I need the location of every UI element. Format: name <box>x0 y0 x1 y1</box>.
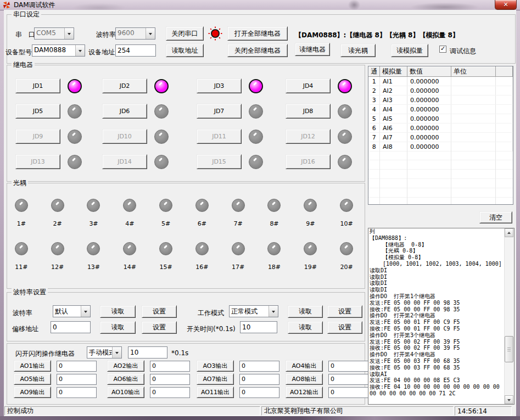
ao-output-button[interactable]: AO4输出 <box>286 360 323 372</box>
col-analog[interactable]: 模拟量 <box>380 67 407 77</box>
clock-time: 14:56:14 <box>457 407 487 415</box>
read-analog-button[interactable]: 读模拟量 <box>391 44 428 57</box>
chevron-down-icon[interactable] <box>81 306 90 317</box>
analog-table-row[interactable]: 2 AI2 0.000000 <box>369 86 513 96</box>
col-channel[interactable]: 通 <box>369 67 380 77</box>
clear-log-button[interactable]: 清空 <box>479 211 512 223</box>
ao-output-input[interactable] <box>57 374 97 385</box>
col-value[interactable]: 数值 <box>407 67 451 77</box>
opto-indicator-icon <box>304 242 317 255</box>
ao-output-input[interactable] <box>150 361 190 372</box>
flash-relay-label: 闪开闪闭操作继电器 <box>15 349 75 359</box>
close-all-relays-button[interactable]: 关闭全部继电器 <box>227 44 288 57</box>
relay-button[interactable]: JD12 <box>286 129 331 144</box>
relay-button[interactable]: JD15 <box>197 154 242 169</box>
read-relay-button[interactable]: 读继电器 <box>295 43 330 56</box>
ao-output-input[interactable] <box>57 387 97 398</box>
ao-output-input[interactable] <box>328 374 368 385</box>
baud-set-button[interactable]: 设置 <box>142 305 177 318</box>
relay-button[interactable]: JD9 <box>15 129 60 144</box>
read-opto-button[interactable]: 读光耦 <box>340 44 376 57</box>
cell-value: 0.000000 <box>407 105 451 114</box>
analog-table-header[interactable]: 通 模拟量 数值 单位 <box>369 67 513 77</box>
ao-output-button[interactable]: AO9输出 <box>14 387 51 398</box>
ao-output-button[interactable]: AO5输出 <box>14 373 51 385</box>
opto-channel-label: 17# <box>232 264 244 271</box>
relay-button[interactable]: JD4 <box>286 79 331 93</box>
chevron-down-icon[interactable] <box>75 45 85 56</box>
relay-button[interactable]: JD5 <box>15 104 60 119</box>
ao-output-button[interactable]: AO1输出 <box>14 360 51 372</box>
col-unit[interactable]: 单位 <box>451 67 496 77</box>
relay-grid: JD1 JD2 JD3 JD4 JD5 JD6 JD7 JD8 JD9 JD10 <box>15 79 354 169</box>
offset-addr-input[interactable] <box>51 321 91 333</box>
scroll-up-icon[interactable] <box>505 228 513 237</box>
ao-output-input[interactable] <box>150 374 190 385</box>
analog-table-row[interactable]: 1 AI1 0.000000 <box>369 77 513 86</box>
ao-output-button[interactable]: AO6输出 <box>107 373 144 385</box>
offset-read-button[interactable]: 读取 <box>100 321 136 334</box>
open-all-relays-button[interactable]: 打开全部继电器 <box>227 26 288 41</box>
debug-log-box[interactable]: 列 【DAM0888】: 【继电器 0-8】 【光耦 0-8】 【模拟量 0-8… <box>368 228 515 405</box>
model-select[interactable]: DAM0888 <box>32 44 85 57</box>
flash-mode-select[interactable]: 手动模式 <box>87 346 122 359</box>
ao-output-input[interactable] <box>150 387 190 398</box>
ao-output-button[interactable]: AO12输出 <box>286 387 323 398</box>
analog-table-row[interactable]: 7 AI7 0.000000 <box>369 133 513 142</box>
relay-button[interactable]: JD14 <box>102 154 147 169</box>
ao-output-button[interactable]: AO7输出 <box>197 373 234 385</box>
ao-output-input[interactable] <box>239 361 279 372</box>
switch-time-input[interactable] <box>240 321 277 333</box>
ao-output-input[interactable] <box>239 374 279 385</box>
debug-info-checkbox[interactable]: ✓ <box>439 46 446 53</box>
chevron-down-icon[interactable] <box>112 347 121 358</box>
baud-set-select[interactable]: 默认 <box>53 305 91 317</box>
ao-output-button[interactable]: AO11输出 <box>197 387 234 398</box>
log-scrollbar[interactable] <box>504 228 514 404</box>
analog-table-row[interactable]: 3 AI3 0.000000 <box>369 96 513 105</box>
ao-output-button[interactable]: AO2输出 <box>107 360 144 372</box>
ao-output-button[interactable]: AO3输出 <box>197 360 234 372</box>
flash-time-input[interactable] <box>128 346 167 359</box>
relay-cell: JD1 <box>15 79 102 93</box>
analog-table-row[interactable]: 8 AI8 0.000000 <box>369 142 513 152</box>
baud-read-button[interactable]: 读取 <box>100 305 136 318</box>
close-port-button[interactable]: 关闭串口 <box>166 26 204 41</box>
ao-output-input[interactable] <box>328 387 368 398</box>
relay-cell: JD7 <box>197 104 286 119</box>
switch-set-button[interactable]: 设置 <box>327 321 362 334</box>
workmode-select[interactable]: 正常模式 <box>229 305 278 317</box>
relay-button[interactable]: JD1 <box>15 79 60 93</box>
workmode-read-button[interactable]: 读取 <box>288 305 323 318</box>
device-addr-input[interactable] <box>115 44 156 57</box>
chevron-down-icon[interactable] <box>146 28 155 39</box>
analog-table-row[interactable]: 4 AI4 0.000000 <box>369 105 513 114</box>
analog-table-row[interactable]: 6 AI6 0.000000 <box>369 124 513 133</box>
relay-button[interactable]: JD7 <box>197 104 242 119</box>
analog-table-row[interactable]: 5 AI5 0.000000 <box>369 114 513 124</box>
relay-button[interactable]: JD10 <box>102 129 147 144</box>
workmode-set-button[interactable]: 设置 <box>327 305 362 318</box>
relay-button[interactable]: JD8 <box>286 104 331 119</box>
scrollbar-thumb[interactable] <box>505 336 513 362</box>
chevron-down-icon[interactable] <box>64 28 74 39</box>
baudrate-select[interactable]: 9600 <box>115 27 155 40</box>
chevron-down-icon[interactable] <box>269 306 278 317</box>
relay-button[interactable]: JD16 <box>286 154 331 169</box>
read-addr-button[interactable]: 读取地址 <box>166 44 204 57</box>
ao-output-button[interactable]: AO8输出 <box>286 373 323 385</box>
ao-output-input[interactable] <box>57 361 97 372</box>
ao-output-input[interactable] <box>328 361 368 372</box>
port-select[interactable]: COM5 <box>34 27 74 40</box>
relay-button[interactable]: JD2 <box>102 79 147 93</box>
relay-button[interactable]: JD11 <box>197 129 242 144</box>
ao-output-button[interactable]: AO10输出 <box>107 387 144 398</box>
offset-set-button[interactable]: 设置 <box>142 321 177 334</box>
relay-button[interactable]: JD3 <box>197 79 242 93</box>
switch-read-button[interactable]: 读取 <box>288 321 323 334</box>
ao-output-input[interactable] <box>239 387 279 398</box>
scroll-down-icon[interactable] <box>505 395 513 404</box>
relay-button[interactable]: JD13 <box>15 154 60 169</box>
relay-button[interactable]: JD6 <box>102 104 147 119</box>
close-button[interactable]: ✕ <box>495 0 517 10</box>
